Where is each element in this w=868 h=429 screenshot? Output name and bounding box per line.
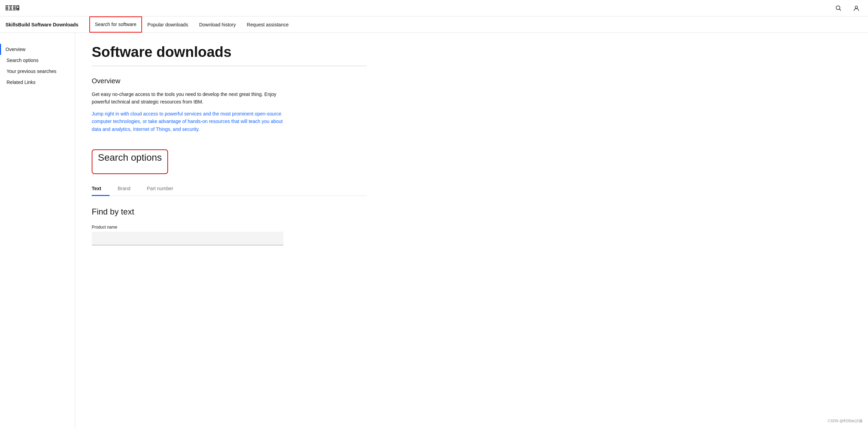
svg-rect-9 (13, 7, 16, 8)
svg-rect-3 (5, 10, 8, 10)
svg-rect-14 (18, 6, 19, 8)
find-by-text-heading: Find by text (92, 207, 367, 217)
svg-rect-0 (5, 5, 8, 6)
svg-rect-11 (13, 10, 16, 10)
svg-rect-18 (18, 9, 19, 10)
search-options-heading: Search options (98, 152, 162, 163)
svg-rect-16 (16, 10, 19, 10)
tab-brand[interactable]: Brand (118, 182, 139, 196)
nav-brand: SkillsBuild Software Downloads (5, 16, 78, 33)
section-divider (92, 66, 367, 66)
tab-text[interactable]: Text (92, 182, 110, 196)
ibm-logo (5, 5, 19, 11)
svg-rect-5 (10, 7, 12, 8)
page-title: Software downloads (92, 44, 367, 60)
search-options-heading-wrapper: Search options (92, 149, 168, 174)
watermark: CSDN @时间de沙漏 (828, 418, 863, 424)
sidebar-item-previous-searches[interactable]: Your previous searches (0, 66, 75, 77)
svg-rect-7 (9, 10, 12, 10)
svg-rect-13 (16, 6, 17, 8)
search-button[interactable] (832, 2, 845, 14)
sidebar-item-related-links[interactable]: Related Links (0, 77, 75, 88)
svg-point-19 (836, 6, 840, 10)
top-bar (0, 0, 868, 16)
product-name-label: Product name (92, 225, 367, 230)
nav-item-download-history[interactable]: Download history (194, 16, 241, 33)
svg-point-21 (855, 6, 858, 8)
search-options-section: Search options Text Brand Part number Fi… (92, 149, 367, 245)
nav-item-popular-downloads[interactable]: Popular downloads (142, 16, 194, 33)
overview-para1: Get easy no-charge access to the tools y… (92, 90, 290, 106)
svg-rect-6 (10, 8, 12, 9)
sidebar-item-search-options[interactable]: Search options (0, 55, 75, 66)
svg-rect-8 (13, 5, 16, 6)
svg-rect-10 (13, 8, 16, 9)
overview-para2: Jump right in with cloud access to power… (92, 110, 290, 133)
svg-rect-12 (16, 5, 19, 6)
tabs-bar: Text Brand Part number (92, 182, 367, 196)
sidebar: Overview Search options Your previous se… (0, 33, 75, 429)
svg-rect-2 (5, 8, 8, 9)
svg-line-20 (840, 9, 841, 11)
svg-rect-17 (16, 9, 17, 10)
user-button[interactable] (850, 2, 863, 14)
svg-rect-1 (5, 7, 8, 8)
svg-rect-15 (16, 8, 19, 9)
svg-rect-4 (9, 5, 12, 6)
nav-bar: SkillsBuild Software Downloads Search fo… (0, 16, 868, 33)
nav-item-request-assistance[interactable]: Request assistance (241, 16, 294, 33)
page-layout: Overview Search options Your previous se… (0, 33, 868, 429)
main-content: Software downloads Overview Get easy no-… (75, 33, 383, 429)
overview-section: Overview Get easy no-charge access to th… (92, 77, 367, 133)
nav-item-search-for-software[interactable]: Search for software (89, 16, 142, 33)
top-bar-left (5, 5, 19, 11)
product-name-input[interactable] (92, 232, 283, 245)
tab-part-number[interactable]: Part number (147, 182, 181, 196)
nav-items: Search for software Popular downloads Do… (89, 16, 294, 33)
top-bar-icons (832, 2, 863, 14)
overview-heading: Overview (92, 77, 367, 85)
sidebar-item-overview[interactable]: Overview (0, 44, 75, 55)
find-by-text-section: Find by text Product name (92, 207, 367, 245)
